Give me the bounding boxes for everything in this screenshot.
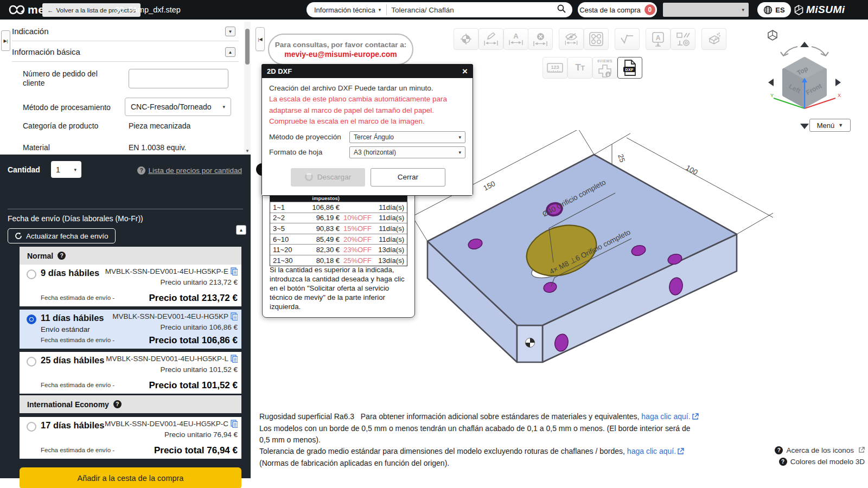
external-link-icon: [692, 412, 699, 423]
section-indicacion[interactable]: Indicación ▼: [12, 22, 239, 41]
price-list-link[interactable]: ? Lista de precios por cantidad: [137, 166, 242, 175]
hide-dimension-icon[interactable]: [559, 28, 584, 50]
language-selector[interactable]: ES: [757, 2, 791, 17]
svg-text:100: 100: [685, 164, 699, 177]
sidebar-collapse-handle[interactable]: ▶|: [1, 30, 10, 51]
cart-button[interactable]: Cesta de la compra 0: [578, 2, 657, 17]
quantity-select[interactable]: 1▾: [51, 161, 81, 178]
part-render-icon[interactable]: 4: [701, 28, 726, 50]
annotation-icon[interactable]: A: [646, 28, 671, 50]
tilt-up-arrow: [800, 42, 809, 47]
group-international-header: International Economy?: [20, 395, 241, 413]
measure-123-icon[interactable]: 123: [542, 57, 567, 79]
help-icon: ?: [779, 458, 787, 466]
tolerance-info-link[interactable]: haga clic aquí.: [627, 447, 676, 455]
collapse-section-icon[interactable]: ▲: [225, 47, 235, 57]
help-icon[interactable]: ?: [113, 400, 122, 408]
order-number-input[interactable]: [129, 69, 228, 88]
datum-target-icon[interactable]: [454, 28, 478, 50]
collapse-panel-icon[interactable]: ▲: [236, 225, 246, 235]
part-code: MVBLK-SSN-DEV001-4EU-HG5KP-L: [106, 355, 228, 363]
radio-unselected[interactable]: [27, 357, 36, 367]
model-colors-link[interactable]: ? Colores del modelo 3D: [775, 456, 865, 467]
price-row: 6~1085,49 €20%OFF11día(s): [270, 234, 407, 245]
dialog-title: 2D DXF: [267, 67, 292, 75]
expand-section-icon[interactable]: ▼: [225, 27, 235, 36]
external-link-icon: [859, 446, 865, 454]
table-header-partial: impuestos): [298, 195, 340, 202]
about-icons-link[interactable]: ? Acerca de los iconos: [775, 445, 865, 456]
dxf-export-icon[interactable]: DXF: [617, 57, 642, 79]
copy-doc-icon[interactable]: [231, 312, 238, 320]
radio-unselected[interactable]: [27, 269, 36, 279]
six-views-icon[interactable]: 6VIEWS: [592, 57, 617, 79]
search-input[interactable]: [387, 6, 557, 14]
search-bar: Información técnica▾: [307, 2, 572, 17]
edit-dimension-icon[interactable]: [478, 28, 503, 50]
chevron-down-icon: ▾: [458, 150, 461, 155]
close-icon[interactable]: ×: [462, 67, 468, 76]
shipping-date-title: Fecha de envío (Días laborales (Mo-Fr)): [8, 214, 143, 223]
menu-button[interactable]: Menú▼: [809, 119, 851, 132]
text-dimension-icon[interactable]: A: [503, 28, 528, 50]
add-to-cart-button[interactable]: Añadir a la cesta de la compra: [20, 467, 241, 488]
refresh-icon: [15, 232, 22, 240]
shipping-option-25-dias[interactable]: 25 días hábiles MVBLK-SSN-DEV001-4EU-HG5…: [20, 352, 241, 394]
scrollbar-down-arrow[interactable]: ▼: [244, 147, 251, 154]
viewer-collapse-handle[interactable]: |◀: [256, 27, 265, 51]
projection-method-select[interactable]: Tercer Ángulo▾: [349, 131, 465, 143]
rotate-left-arrow: [768, 79, 774, 86]
processing-method-label: Método de procesamiento: [23, 103, 111, 112]
back-arrow-icon: ←: [47, 7, 54, 14]
radio-selected[interactable]: [27, 314, 36, 324]
viewer-help-links: ? Acerca de los iconos ? Colores del mod…: [775, 445, 865, 467]
radio-unselected[interactable]: [27, 422, 36, 432]
quantity-price-table: impuestos) 1~1106,86 €11día(s) 2~296,19 …: [270, 195, 407, 266]
close-button[interactable]: Cerrar: [371, 168, 445, 187]
download-button[interactable]: Descargar: [291, 168, 365, 187]
update-shipping-date-button[interactable]: Actualizar fecha de envío: [8, 228, 116, 243]
part-code: MVBLK-SSN-DEV001-4EU-HG5KP-E: [105, 267, 228, 275]
price-row: 21~3080,18 €25%OFF13día(s): [270, 255, 407, 266]
sheet-format-label: Formato de hoja: [269, 148, 349, 156]
help-icon[interactable]: ?: [58, 252, 66, 260]
misumi-logo[interactable]: MiSUMi: [794, 0, 845, 20]
cube-home-icon: [768, 30, 777, 40]
shipping-option-9-dias[interactable]: 9 días hábiles MVBLK-SSN-DEV001-4EU-HG5K…: [20, 265, 241, 306]
copy-doc-icon[interactable]: [231, 355, 238, 363]
order-number-label: Número de pedido del cliente: [23, 69, 110, 88]
price-row: 3~590,83 €15%OFF11día(s): [270, 223, 407, 234]
sheet-format-select[interactable]: A3 (horizontal)▾: [349, 146, 465, 158]
unit-price: 106,86 €: [209, 323, 238, 331]
origin-marker[interactable]: [526, 338, 535, 348]
hole-table-icon[interactable]: [584, 28, 609, 50]
copy-doc-icon[interactable]: [231, 420, 238, 428]
dxf-dialog: 2D DXF × Creación del archivo DXF Puede …: [261, 64, 473, 196]
shipping-option-11-dias-selected[interactable]: 11 días hábiles Envío estándar MVBLK-SSN…: [20, 310, 241, 349]
delete-dimension-icon[interactable]: [528, 28, 553, 50]
contact-text: Para consultas, por favor contactar a:: [275, 41, 406, 49]
price-row: 11~2082,30 €23%OFF13día(s): [270, 244, 407, 255]
surface-roughness-icon[interactable]: [615, 28, 640, 50]
globe-icon: [763, 5, 773, 15]
materials-info-link[interactable]: haga clic aquí.: [641, 412, 690, 421]
section-informacion-basica[interactable]: Información básica ▲: [12, 42, 239, 62]
topbar-dropdown[interactable]: ▾: [663, 3, 749, 17]
estimated-date-label: Fecha estimada de envío -: [41, 337, 114, 343]
copy-doc-icon[interactable]: [231, 267, 238, 275]
chevron-down-icon: ▾: [742, 7, 744, 12]
rotate-right-arrow: [835, 79, 841, 86]
estimated-date-label: Fecha estimada de envío -: [41, 382, 114, 388]
search-icon[interactable]: [557, 4, 572, 15]
tilt-down-arrow: [800, 124, 809, 129]
processing-method-select[interactable]: CNC-Fresado/Torneado▾: [125, 98, 231, 116]
projection-method-label: Método de proyección: [269, 133, 349, 141]
group-normal-header: Normal?: [20, 247, 241, 265]
geometric-tolerance-icon[interactable]: [671, 28, 695, 50]
price-row: 2~296,19 €10%OFF11día(s): [270, 213, 407, 223]
shipping-option-17-dias[interactable]: 17 días hábiles MVBLK-SSN-DEV001-4EU-HG5…: [20, 417, 241, 459]
contact-email[interactable]: meviy-eu@misumi-europe.com: [284, 50, 397, 59]
search-category-select[interactable]: Información técnica▾: [307, 4, 387, 15]
text-size-icon[interactable]: TT: [567, 57, 592, 79]
scrollbar-thumb[interactable]: [245, 29, 250, 65]
